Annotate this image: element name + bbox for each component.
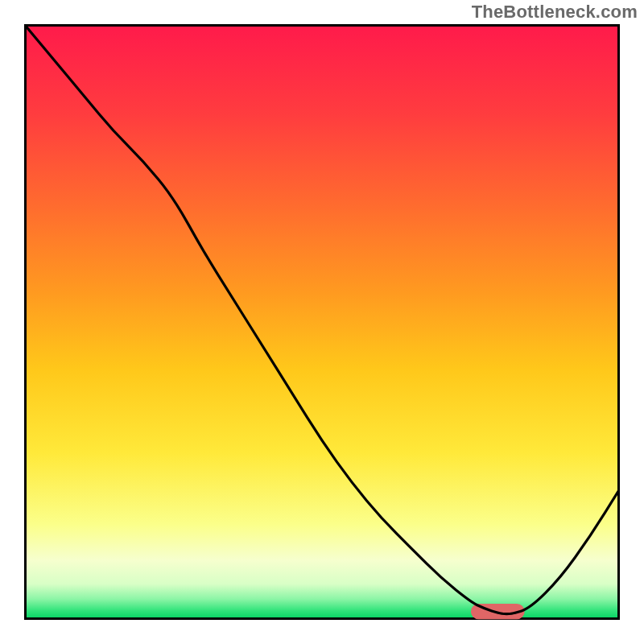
gradient-background bbox=[24, 24, 620, 620]
chart-svg bbox=[24, 24, 620, 620]
plot-area bbox=[24, 24, 620, 620]
watermark-label: TheBottleneck.com bbox=[472, 2, 638, 23]
chart-frame: TheBottleneck.com bbox=[0, 0, 644, 644]
